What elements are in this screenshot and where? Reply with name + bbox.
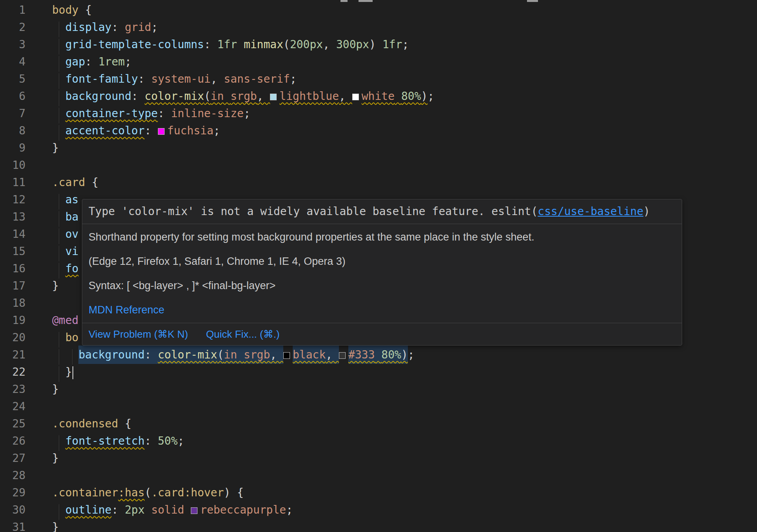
- code-line-text[interactable]: font-stretch: 50%;: [52, 434, 757, 452]
- line-number[interactable]: 19: [0, 314, 52, 331]
- code-line[interactable]: 4 gap: 1rem;: [0, 55, 757, 72]
- code-line[interactable]: 1body {: [0, 4, 757, 21]
- line-number[interactable]: 21: [0, 348, 52, 366]
- code-token: srgb: [244, 346, 270, 364]
- line-number[interactable]: 9: [0, 141, 52, 159]
- code-line-text[interactable]: .condensed {: [52, 417, 757, 434]
- baseline-rule-link[interactable]: css/use-baseline: [538, 205, 643, 218]
- line-number[interactable]: 4: [0, 55, 52, 72]
- line-number[interactable]: 11: [0, 176, 52, 193]
- line-number[interactable]: 20: [0, 331, 52, 348]
- line-number[interactable]: 25: [0, 417, 52, 434]
- code-line[interactable]: 2 display: grid;: [0, 21, 757, 38]
- code-line[interactable]: 11.card {: [0, 176, 757, 193]
- code-line-text[interactable]: [52, 159, 757, 176]
- color-swatch[interactable]: [339, 352, 346, 359]
- line-number[interactable]: 2: [0, 21, 52, 38]
- code-line[interactable]: 6 background: color-mix(in srgb, lightbl…: [0, 90, 757, 107]
- line-number[interactable]: 6: [0, 90, 52, 107]
- code-line-text[interactable]: font-family: system-ui, sans-serif;: [52, 72, 757, 90]
- line-number[interactable]: 18: [0, 297, 52, 314]
- code-line[interactable]: 3 grid-template-columns: 1fr minmax(200p…: [0, 38, 757, 55]
- code-line-text[interactable]: }: [52, 383, 757, 400]
- code-line[interactable]: 28: [0, 469, 757, 486]
- line-number[interactable]: 29: [0, 486, 52, 503]
- code-token: ;: [427, 90, 434, 103]
- code-line-text[interactable]: }: [52, 141, 757, 159]
- code-line-text[interactable]: grid-template-columns: 1fr minmax(200px,…: [52, 38, 757, 55]
- line-number[interactable]: 28: [0, 469, 52, 486]
- code-line-text[interactable]: [52, 400, 757, 417]
- code-line-text[interactable]: gap: 1rem;: [52, 55, 757, 72]
- code-line-text[interactable]: }: [52, 452, 757, 469]
- code-line[interactable]: 7 container-type: inline-size;: [0, 107, 757, 124]
- color-swatch[interactable]: [158, 128, 165, 135]
- code-token: color-mix: [145, 90, 204, 103]
- indent-guide: [59, 435, 59, 451]
- line-number[interactable]: 16: [0, 262, 52, 279]
- syntax-line: Syntax: [ <bg-layer> , ]* <final-bg-laye…: [89, 279, 676, 292]
- code-line-text[interactable]: }: [52, 521, 757, 532]
- code-line-text[interactable]: background: color-mix(in srgb, black, #3…: [52, 348, 757, 366]
- clipped-text-fragment: [340, 0, 348, 2]
- code-line[interactable]: 23}: [0, 383, 757, 400]
- code-token: ,: [270, 346, 283, 364]
- code-token: grid-template-columns: [65, 38, 204, 51]
- code-token: bo: [65, 331, 79, 344]
- code-line[interactable]: 30 outline: 2px solid rebeccapurple;: [0, 503, 757, 521]
- code-line-text[interactable]: outline: 2px solid rebeccapurple;: [52, 503, 757, 521]
- code-line[interactable]: 21 background: color-mix(in srgb, black,…: [0, 348, 757, 366]
- code-token: ,: [323, 38, 336, 51]
- code-line-text[interactable]: background: color-mix(in srgb, lightblue…: [52, 90, 757, 107]
- line-number[interactable]: 27: [0, 452, 52, 469]
- code-line[interactable]: 10: [0, 159, 757, 176]
- code-token: rebeccapurple: [200, 503, 286, 516]
- code-token: :has: [118, 486, 145, 499]
- color-swatch[interactable]: [283, 352, 290, 359]
- code-line-text[interactable]: body {: [52, 4, 757, 21]
- line-number[interactable]: 8: [0, 124, 52, 141]
- line-number[interactable]: 23: [0, 383, 52, 400]
- line-number[interactable]: 26: [0, 434, 52, 452]
- code-token: lightblue: [279, 90, 339, 103]
- problem-source-suffix: ): [643, 205, 650, 218]
- line-number[interactable]: 12: [0, 193, 52, 210]
- line-number[interactable]: 24: [0, 400, 52, 417]
- code-line-text[interactable]: container-type: inline-size;: [52, 107, 757, 124]
- code-line-text[interactable]: display: grid;: [52, 21, 757, 38]
- code-line[interactable]: 26 font-stretch: 50%;: [0, 434, 757, 452]
- code-line[interactable]: 8 accent-color: fuchsia;: [0, 124, 757, 141]
- code-line[interactable]: 22 }: [0, 366, 757, 383]
- line-number[interactable]: 3: [0, 38, 52, 55]
- line-number[interactable]: 17: [0, 279, 52, 297]
- code-line[interactable]: 25.condensed {: [0, 417, 757, 434]
- code-line[interactable]: 27}: [0, 452, 757, 469]
- color-swatch[interactable]: [352, 94, 359, 100]
- line-number[interactable]: 10: [0, 159, 52, 176]
- line-number[interactable]: 31: [0, 521, 52, 532]
- code-line[interactable]: 29.container:has(.card:hover) {: [0, 486, 757, 503]
- line-number[interactable]: 30: [0, 503, 52, 521]
- line-number[interactable]: 15: [0, 245, 52, 262]
- line-number[interactable]: 13: [0, 210, 52, 228]
- code-line[interactable]: 9}: [0, 141, 757, 159]
- line-number[interactable]: 14: [0, 228, 52, 245]
- code-line[interactable]: 24: [0, 400, 757, 417]
- code-line-text[interactable]: }: [52, 366, 757, 383]
- view-problem-link[interactable]: View Problem (⌘K N): [89, 328, 188, 340]
- code-line-text[interactable]: [52, 469, 757, 486]
- code-line[interactable]: 5 font-family: system-ui, sans-serif;: [0, 72, 757, 90]
- line-number[interactable]: 7: [0, 107, 52, 124]
- line-number[interactable]: 5: [0, 72, 52, 90]
- line-number[interactable]: 22: [0, 366, 52, 383]
- color-swatch[interactable]: [191, 507, 197, 514]
- code-line-text[interactable]: .container:has(.card:hover) {: [52, 486, 757, 503]
- color-swatch[interactable]: [270, 94, 277, 100]
- mdn-reference-link[interactable]: MDN Reference: [89, 304, 165, 316]
- code-token: fuchsia: [167, 124, 214, 137]
- line-number[interactable]: 1: [0, 4, 52, 21]
- code-line[interactable]: 31}: [0, 521, 757, 532]
- code-line-text[interactable]: accent-color: fuchsia;: [52, 124, 757, 141]
- quick-fix-link[interactable]: Quick Fix... (⌘.): [206, 328, 280, 340]
- code-line-text[interactable]: .card {: [52, 176, 757, 193]
